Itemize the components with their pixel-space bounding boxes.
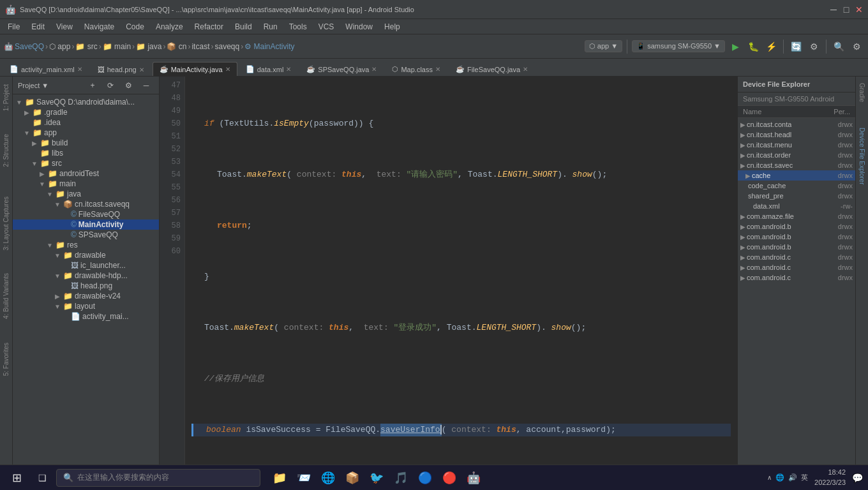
close-button[interactable]: ✕ [855, 6, 863, 13]
tray-network[interactable]: 🌐 [775, 473, 784, 482]
settings-button[interactable]: ⚙ [849, 39, 864, 54]
tree-item-drawable-v24[interactable]: ▶ 📁 drawable-v24 [13, 291, 159, 301]
tab-close[interactable]: ✕ [77, 66, 82, 73]
tab-close[interactable]: ✕ [286, 66, 291, 73]
file-item-cn-itcast-savec[interactable]: ▶ cn.itcast.savec drwx [738, 160, 855, 170]
breadcrumb-mainactivity[interactable]: ⚙ MainActivity [244, 42, 294, 51]
breadcrumb-main[interactable]: 📁 main [103, 42, 131, 51]
tab-close[interactable]: ✕ [371, 66, 377, 73]
menu-item-vcs[interactable]: VCS [313, 21, 340, 33]
run-button[interactable]: ▶ [728, 39, 743, 54]
tree-item-idea[interactable]: 📁 .idea [13, 117, 159, 128]
file-item-cn-itcast-headl[interactable]: ▶ cn.itcast.headl drwx [738, 130, 855, 140]
menu-item-help[interactable]: Help [379, 21, 405, 33]
menu-item-code[interactable]: Code [121, 21, 149, 33]
tab-spsaveqq-java[interactable]: ☕ SPSaveQQ.java ✕ [299, 62, 384, 76]
breadcrumb-cn[interactable]: 📦 cn [167, 42, 186, 51]
taskbar-app-1[interactable]: 📁 [268, 466, 291, 489]
menu-item-run[interactable]: Run [258, 21, 283, 33]
file-item-code-cache[interactable]: code_cache drwx [738, 181, 855, 191]
tab-map-class[interactable]: ⬡ Map.class ✕ [385, 62, 447, 76]
tree-item-drawable[interactable]: ▼ 📁 drawable [13, 250, 159, 260]
tab-close[interactable]: ✕ [139, 66, 144, 73]
tree-item-app[interactable]: ▼ 📁 app [13, 128, 159, 138]
tab-head-png[interactable]: 🖼 head.png ✕ [91, 63, 151, 76]
menu-item-view[interactable]: View [51, 21, 78, 33]
side-tab-project[interactable]: 1: Project [1, 79, 11, 116]
menu-item-tools[interactable]: Tools [284, 21, 312, 33]
file-item-cache[interactable]: ▶ cache drwx [738, 170, 855, 181]
gradle-button[interactable]: ⚙ [806, 39, 821, 54]
sidebar-gear-btn[interactable]: ⚙ [121, 78, 136, 93]
datetime-display[interactable]: 18:42 2022/3/23 [814, 468, 846, 487]
menu-item-refactor[interactable]: Refactor [190, 21, 228, 33]
code-container[interactable]: 47 48 49 50 51 52 53 54 55 56 57 58 59 6… [160, 77, 737, 490]
tab-activity-main-xml[interactable]: 📄 activity_main.xml ✕ [3, 62, 89, 76]
side-tab-build[interactable]: 4: Build Variants [1, 268, 11, 324]
breadcrumb-app[interactable]: ⬡ app [49, 42, 70, 51]
tree-item-mainactivity[interactable]: © MainActivity [13, 219, 159, 230]
breadcrumb-saveqq[interactable]: SaveQQ [15, 42, 44, 51]
tree-item-res[interactable]: ▼ 📁 res [13, 240, 159, 250]
file-item-data-xml[interactable]: data.xml -rw- [738, 201, 855, 211]
tree-item-main[interactable]: ▼ 📁 main [13, 179, 159, 189]
tree-item-filesaveqq[interactable]: © FileSaveQQ [13, 209, 159, 219]
tab-data-xml[interactable]: 📄 data.xml ✕ [239, 62, 299, 76]
tab-close[interactable]: ✕ [523, 66, 528, 73]
tree-item-iclauncher[interactable]: 🖼 ic_launcher... [13, 260, 159, 271]
tree-item-activitymain[interactable]: 📄 activity_mai... [13, 311, 159, 322]
sidebar-add-btn[interactable]: + [85, 78, 100, 93]
tree-item-src[interactable]: ▼ 📁 src [13, 158, 159, 168]
side-tab-gradle[interactable]: Gradle [857, 77, 867, 108]
tray-expand[interactable]: ∧ [767, 474, 772, 481]
file-item-com-android-c3[interactable]: ▶ com.android.c drwx [738, 272, 855, 283]
file-item-cn-itcast-menu[interactable]: ▶ cn.itcast.menu drwx [738, 140, 855, 150]
minimize-button[interactable]: ─ [830, 6, 837, 13]
search-button[interactable]: 🔍 [831, 39, 846, 54]
taskbar-app-8[interactable]: 🔴 [438, 466, 461, 489]
file-item-com-android-c2[interactable]: ▶ com.android.c drwx [738, 262, 855, 272]
tree-item-layout[interactable]: ▼ 📁 layout [13, 301, 159, 311]
breadcrumb-saveqq2[interactable]: saveqq [214, 42, 239, 51]
sidebar-sync-btn[interactable]: ⟳ [103, 78, 118, 93]
taskbar-app-4[interactable]: 📦 [341, 466, 364, 489]
tab-mainactivity-java[interactable]: ☕ MainActivity.java ✕ [153, 62, 237, 76]
module-selector[interactable]: ⬡ app ▼ [585, 40, 622, 52]
menu-item-navigate[interactable]: Navigate [79, 21, 119, 33]
taskbar-app-2[interactable]: 📨 [292, 466, 315, 489]
tree-item-headpng[interactable]: 🖼 head.png [13, 281, 159, 291]
menu-item-window[interactable]: Window [340, 21, 378, 33]
file-item-com-amaze[interactable]: ▶ com.amaze.file drwx [738, 211, 855, 221]
tree-item-package[interactable]: ▼ 📦 cn.itcast.saveqq [13, 199, 159, 209]
menu-item-build[interactable]: Build [230, 21, 257, 33]
windows-search[interactable]: 🔍 在这里输入你要搜索的内容 [56, 469, 260, 487]
tree-item-spsaveqq[interactable]: © SPSaveQQ [13, 230, 159, 240]
device-selector[interactable]: 📱 samsung SM-G9550 ▼ [632, 40, 725, 52]
sidebar-min-btn[interactable]: ─ [138, 78, 154, 93]
taskbar-app-android-studio[interactable]: 🤖 [462, 466, 485, 489]
profile-button[interactable]: ⚡ [763, 39, 779, 54]
file-item-shared-pre[interactable]: shared_pre drwx [738, 191, 855, 201]
file-item-com-android-3[interactable]: ▶ com.android.b drwx [738, 242, 855, 252]
tree-item-java[interactable]: ▼ 📁 java [13, 189, 159, 199]
debug-button[interactable]: 🐛 [745, 39, 761, 54]
tree-item-libs[interactable]: 📁 libs [13, 148, 159, 158]
tree-item-saveqq[interactable]: ▼ 📁 SaveQQ D:\android\daima\... [13, 97, 159, 107]
tree-item-androidtest[interactable]: ▶ 📁 androidTest [13, 168, 159, 179]
side-tab-device-file[interactable]: Device File Explorer [857, 121, 867, 191]
taskbar-app-7[interactable]: 🔵 [414, 466, 437, 489]
tree-item-build[interactable]: ▶ 📁 build [13, 138, 159, 148]
file-item-cn-itcast-conta[interactable]: ▶ cn.itcast.conta drwx [738, 119, 855, 130]
code-editor[interactable]: if (TextUtils. isEmpty (password)) { Toa… [185, 77, 737, 490]
tree-item-gradle[interactable]: ▶ 📁 .gradle [13, 107, 159, 117]
tab-filesaveqq-java[interactable]: ☕ FileSaveQQ.java ✕ [449, 62, 535, 76]
sync-button[interactable]: 🔄 [788, 39, 804, 54]
tab-close[interactable]: ✕ [435, 66, 440, 73]
menu-item-edit[interactable]: Edit [26, 21, 50, 33]
windows-start-btn[interactable]: ⊞ [5, 466, 28, 489]
side-tab-structure[interactable]: 2: Structure [1, 129, 11, 172]
tree-item-drawable-hdp[interactable]: ▼ 📁 drawable-hdp... [13, 271, 159, 281]
side-tab-favorites[interactable]: 5: Favorites [1, 338, 11, 381]
taskbar-app-3[interactable]: 🌐 [317, 466, 340, 489]
tray-volume[interactable]: 🔊 [788, 473, 797, 482]
